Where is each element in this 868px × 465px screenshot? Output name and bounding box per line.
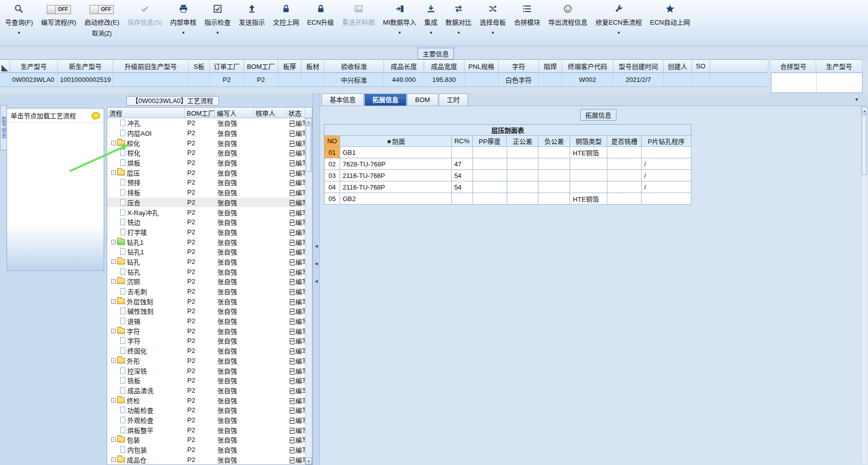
row-cell[interactable]: 2021/2/7 [613, 73, 664, 86]
tree-node[interactable]: 钻孔1 [107, 247, 185, 256]
tree-column-header[interactable]: BOM工厂 [185, 108, 215, 118]
toolbar-model-search[interactable]: 号查询(F)▼ [1, 3, 37, 38]
dropdown-arrow-icon[interactable]: ▼ [491, 31, 495, 35]
tab-overflow-icon[interactable]: ▼ [854, 97, 859, 102]
dropdown-arrow-icon[interactable]: ▼ [215, 31, 219, 35]
tree-node[interactable]: 控深铣 [107, 366, 185, 376]
tree-row-钻孔1[interactable]: -钻孔1P2张自强已编写 [107, 237, 305, 247]
row-cell[interactable]: W002 [562, 73, 613, 86]
scroll-thumb[interactable] [306, 126, 311, 172]
section-row-01[interactable]: 01GB1HTE铜箔 [325, 147, 691, 158]
tree-collapse-icon[interactable]: - [111, 358, 116, 363]
tree-row-排板[interactable]: 排板P2张自强已编写 [107, 188, 305, 198]
toolbar-instruction-check[interactable]: 指示检查▼ [200, 3, 234, 38]
tree-collapse-icon[interactable]: - [111, 398, 116, 403]
row-cell[interactable] [692, 73, 710, 86]
row-cell[interactable]: 10010000002519 [58, 73, 113, 86]
column-header[interactable]: 创建人 [664, 60, 692, 72]
tree-node[interactable]: 铣边 [107, 217, 185, 227]
tab-basic-info[interactable]: 基本信息 [322, 94, 364, 106]
column-header[interactable]: 订单工厂 [210, 60, 244, 72]
extended-info-badge[interactable]: 拓展信息 [580, 109, 616, 121]
column-header[interactable]: 成品宽度 [424, 60, 464, 72]
dropdown-arrow-icon[interactable]: ▼ [181, 31, 185, 35]
tree-collapse-icon[interactable]: - [111, 437, 116, 442]
tree-node[interactable]: 成品清洗 [107, 386, 185, 395]
tree-column-header[interactable]: 流程 [107, 108, 185, 118]
start-modify-toggle[interactable]: OFF [90, 5, 114, 14]
main-table-selected-row[interactable]: 0W0023WLA010010000002519P2P2中兴标准449.0001… [0, 73, 767, 87]
row-cell[interactable]: 白色字符 [499, 73, 539, 86]
tree-node[interactable]: 碱性蚀刻 [107, 306, 185, 316]
tree-node[interactable]: 终固化 [107, 346, 185, 355]
column-header[interactable]: 阻焊 [539, 60, 562, 72]
column-header[interactable]: 生产型号 [10, 60, 58, 72]
tree-node[interactable]: 字符 [107, 336, 185, 345]
tree-row-层压[interactable]: -层压P2张自强已编写 [107, 167, 305, 177]
scroll-up-icon[interactable]: ▲ [861, 107, 867, 114]
detail-scrollbar[interactable]: ▲ [861, 107, 867, 464]
toolbar-mi-data-import[interactable]: MI数据导入▼ [379, 3, 420, 38]
tree-row-功能检查[interactable]: 功能检查P2张自强已编写 [107, 405, 305, 415]
tree-node[interactable]: -外层蚀刻 [107, 297, 185, 306]
tree-row-包装[interactable]: -包装P2张自强已编写 [107, 435, 305, 445]
section-row-04[interactable]: 042116-TU-768P54/ [325, 181, 691, 193]
tree-row-打字唛[interactable]: 打字唛P2张自强已编写 [107, 227, 305, 237]
dropdown-arrow-icon[interactable]: ▼ [617, 31, 621, 35]
tree-node[interactable]: 退锡 [107, 316, 185, 326]
tree-row-终固化[interactable]: 终固化P2张自强已编写 [107, 346, 305, 356]
toolbar-ecn-upgrade[interactable]: ECN升级 [303, 3, 338, 38]
tree-column-header[interactable]: 编写人 [215, 108, 254, 118]
tree-node[interactable]: -沉铜 [107, 276, 185, 286]
scroll-down-icon[interactable]: ▼ [305, 457, 312, 464]
section-column-header[interactable]: ★剖面 [340, 136, 452, 147]
tree-row-去毛刺[interactable]: 去毛刺P2张自强已编写 [107, 287, 305, 297]
tree-node[interactable]: 功能检查 [107, 405, 185, 415]
tree-row-沉铜[interactable]: -沉铜P2张自强已编写 [107, 276, 305, 287]
dropdown-arrow-icon[interactable]: ▼ [17, 31, 21, 35]
tree-row-终检[interactable]: -终检P2张自强已编写 [107, 395, 305, 405]
tree-collapse-icon[interactable]: - [111, 457, 116, 462]
row-cell[interactable]: P2 [244, 73, 278, 86]
tree-collapse-icon[interactable]: - [111, 279, 116, 284]
tree-row-成品清洗[interactable]: 成品清洗P2张自强已编写 [107, 386, 305, 396]
toolbar-start-modify[interactable]: OFF启动修改(E)取消(Z) [81, 3, 123, 38]
tree-row-钻孔[interactable]: 钻孔P2张自强已编写 [107, 266, 305, 276]
tree-collapse-icon[interactable]: - [111, 240, 116, 244]
tree-column-header[interactable]: 核审人 [254, 108, 286, 118]
tree-row-烘板[interactable]: 烘板P2张自强已编写 [107, 158, 305, 168]
tree-node[interactable]: 去毛刺 [107, 287, 185, 296]
tree-column-header[interactable]: 状态 [286, 108, 305, 118]
tree-row-冲孔[interactable]: 冲孔P2张自强已编写 [107, 118, 305, 128]
tree-collapse-icon[interactable]: - [111, 299, 116, 304]
section-column-header[interactable]: 正公差 [507, 136, 538, 147]
tree-scrollbar[interactable]: ▲ ▼ [305, 118, 312, 464]
tree-row-棕化[interactable]: -棕化P2张自强已编写 [107, 138, 305, 148]
tree-row-内层AOI[interactable]: 内层AOIP2张自强已编写 [107, 128, 305, 138]
tree-collapse-icon[interactable]: - [111, 141, 116, 145]
tree-node[interactable]: 烘板 [107, 158, 185, 167]
tree-row-铣板[interactable]: 铣板P2张自强已编写 [107, 376, 305, 386]
collapse-left-icon[interactable]: ◀ [314, 279, 318, 284]
section-column-header[interactable]: 铜箔类型 [570, 136, 607, 147]
row-cell[interactable] [664, 73, 692, 86]
tree-node[interactable]: 冲孔 [107, 118, 185, 128]
row-cell[interactable] [539, 73, 562, 86]
column-header[interactable]: PNL规格 [464, 60, 499, 72]
drag-handle-icon[interactable]: ▪▪▪▪ [396, 95, 406, 100]
column-header[interactable]: BOM工厂 [244, 60, 278, 72]
tree-row-字符[interactable]: -字符P2张自强已编写 [107, 326, 305, 336]
toolbar-fix-ecn-lost-flow[interactable]: 修复ECN丢流程▼ [591, 3, 646, 38]
section-column-header[interactable]: 是否铣槽 [607, 136, 642, 147]
tree-collapse-icon[interactable]: - [111, 259, 116, 264]
column-header[interactable]: 终端客户代码 [562, 60, 613, 72]
tree-node[interactable]: -钻孔 [107, 257, 185, 266]
row-cell[interactable] [189, 73, 210, 86]
side-header-merge-model[interactable]: 合拼型号 [771, 60, 816, 72]
tree-row-外形[interactable]: -外形P2张自强已编写 [107, 356, 305, 366]
collapse-left-icon[interactable]: ◀ [314, 244, 318, 248]
column-header[interactable]: 型号创建时间 [613, 60, 664, 72]
column-header[interactable]: 验收标准 [325, 60, 384, 72]
dropdown-arrow-icon[interactable]: ▼ [398, 31, 402, 35]
tree-row-控深铣[interactable]: 控深铣P2张自强已编写 [107, 365, 305, 376]
